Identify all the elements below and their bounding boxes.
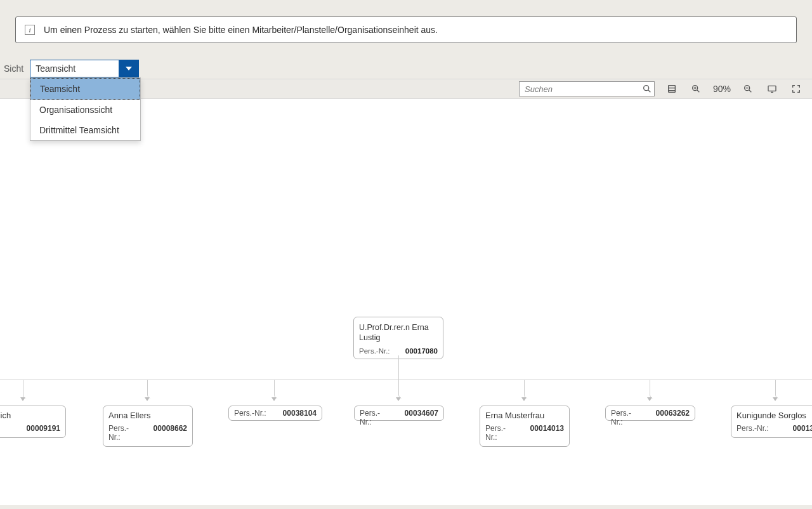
org-chart-area[interactable]: U.Prof.Dr.rer.n Erna Lustig Pers.-Nr.: 0… — [0, 99, 812, 505]
zoom-level: 90% — [713, 84, 731, 94]
child-pers-value: 00038104 — [283, 409, 317, 418]
search-field[interactable] — [519, 81, 655, 96]
fullscreen-icon[interactable] — [789, 82, 803, 96]
info-banner: i Um einen Prozess zu starten, wählen Si… — [15, 17, 797, 43]
chevron-down-icon — [126, 67, 132, 70]
child-pers-value: 00014013 — [530, 424, 564, 442]
view-dropdown: TeamsichtOrganisationssichtDrittmittel T… — [30, 77, 141, 141]
child-pers-label: Pers.-Nr.: — [234, 409, 266, 418]
arrow-down-icon — [521, 397, 527, 401]
list-view-icon[interactable] — [665, 82, 679, 96]
child-pers-value: 00009191 — [27, 424, 60, 433]
svg-point-0 — [644, 86, 649, 91]
child-pers-label: Pers.-Nr.: — [611, 409, 643, 426]
view-combo[interactable] — [30, 60, 139, 77]
svg-line-1 — [648, 90, 650, 92]
view-combo-input[interactable] — [30, 60, 119, 77]
arrow-down-icon — [20, 397, 25, 401]
view-label: Sicht — [4, 63, 23, 74]
child-pers-label: Pers.-Nr.: — [737, 424, 769, 433]
connector-branch — [23, 380, 23, 399]
connector-branch — [775, 380, 776, 399]
view-combo-toggle[interactable] — [119, 60, 139, 77]
child-pers-value: 00063262 — [656, 409, 690, 426]
org-child-card[interactable]: Pers.-Nr.:00038104 — [228, 406, 322, 421]
connector-branch — [524, 380, 525, 399]
root-pers-value: 00017080 — [405, 347, 438, 355]
org-child-card[interactable]: Erna MusterfrauPers.-Nr.:00014013 — [480, 406, 570, 447]
search-icon[interactable] — [640, 82, 654, 96]
connector-branch — [147, 380, 148, 399]
root-name: U.Prof.Dr.rer.n Erna Lustig — [359, 322, 438, 343]
connector-branch — [650, 380, 650, 399]
search-input[interactable] — [520, 84, 640, 94]
child-name: Fröhlich — [0, 411, 60, 420]
child-name: Anna Ellers — [108, 411, 187, 420]
connector-stem — [398, 355, 399, 380]
view-option[interactable]: Organisationssicht — [30, 100, 140, 120]
org-child-card[interactable]: Pers.-Nr.:00063262 — [605, 406, 695, 421]
view-selector-row: Sicht TeamsichtOrganisationssichtDrittmi… — [4, 60, 812, 77]
svg-rect-2 — [669, 86, 676, 93]
svg-line-8 — [697, 90, 699, 92]
connector-branch — [398, 380, 399, 399]
svg-rect-12 — [768, 86, 776, 91]
view-option[interactable]: Drittmittel Teamsicht — [30, 120, 140, 140]
child-name: Erna Musterfrau — [485, 411, 564, 420]
arrow-down-icon — [647, 397, 652, 401]
arrow-down-icon — [396, 397, 401, 401]
info-text: Um einen Prozess zu starten, wählen Sie … — [44, 25, 438, 35]
child-pers-label: Pers.-Nr.: — [485, 424, 518, 442]
child-pers-value: 00008662 — [154, 424, 187, 442]
child-pers-value: 00013632 — [793, 424, 812, 433]
child-pers-label: Pers.-Nr.: — [108, 424, 141, 442]
org-root-card[interactable]: U.Prof.Dr.rer.n Erna Lustig Pers.-Nr.: 0… — [353, 317, 443, 359]
arrow-down-icon — [145, 397, 150, 401]
svg-line-11 — [749, 90, 751, 92]
view-option[interactable]: Teamsicht — [30, 78, 140, 100]
org-child-card[interactable]: Kunigunde SorglosPers.-Nr.:00013632 — [731, 406, 812, 438]
fit-screen-icon[interactable] — [765, 82, 779, 96]
org-child-card[interactable]: FröhlichNr.:00009191 — [0, 406, 66, 438]
root-pers-label: Pers.-Nr.: — [359, 347, 390, 355]
child-name: Kunigunde Sorglos — [737, 411, 812, 420]
zoom-in-icon[interactable] — [689, 82, 703, 96]
org-child-card[interactable]: Anna EllersPers.-Nr.:00008662 — [103, 406, 193, 447]
connector-branch — [274, 380, 275, 399]
info-icon: i — [25, 25, 35, 35]
child-pers-value: 00034607 — [405, 409, 438, 426]
child-pers-label: Pers.-Nr.: — [360, 409, 392, 426]
arrow-down-icon — [272, 397, 277, 401]
arrow-down-icon — [773, 397, 778, 401]
org-child-card[interactable]: Pers.-Nr.:00034607 — [354, 406, 444, 421]
zoom-out-icon[interactable] — [741, 82, 755, 96]
